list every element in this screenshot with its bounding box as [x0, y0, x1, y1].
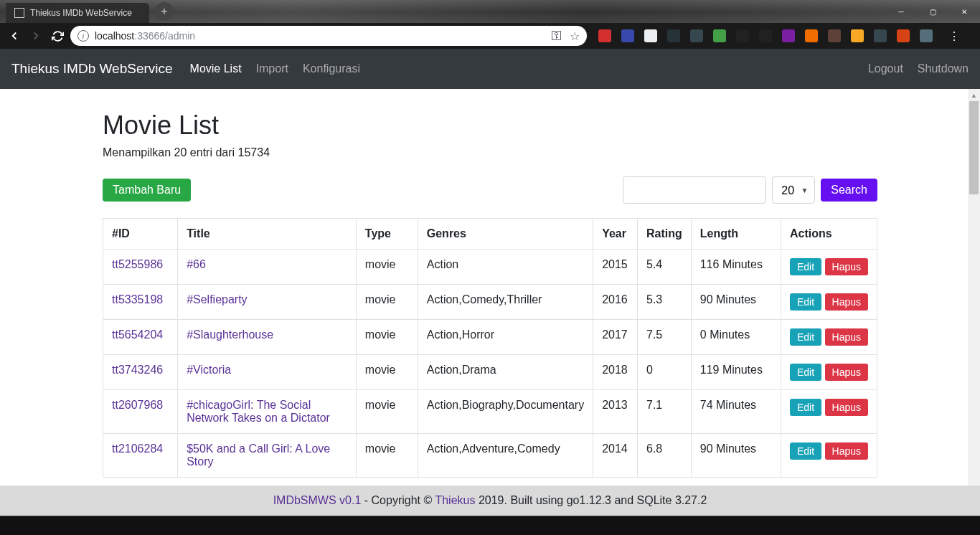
delete-button[interactable]: Hapus [825, 364, 868, 381]
extension-icon[interactable] [782, 29, 795, 42]
edit-button[interactable]: Edit [790, 399, 821, 416]
col-header-type: Type [356, 219, 418, 250]
search-input[interactable] [623, 176, 766, 204]
forward-button[interactable] [27, 27, 44, 44]
browser-tab[interactable]: Thiekus IMDb WebService [6, 3, 149, 23]
extension-icon[interactable] [667, 29, 680, 42]
footer-app-link[interactable]: IMDbSMWS v0.1 [273, 494, 362, 506]
bookmark-icon[interactable]: ☆ [570, 29, 580, 43]
page-footer: IMDbSMWS v0.1 - Copyright © Thiekus 2019… [0, 486, 980, 516]
extension-icon[interactable] [736, 29, 749, 42]
movie-rating: 7.1 [638, 390, 692, 434]
nav-link-logout[interactable]: Logout [868, 62, 903, 75]
extension-icon[interactable] [828, 29, 841, 42]
movie-id-link[interactable]: tt2607968 [112, 399, 163, 411]
key-icon[interactable]: ⚿ [551, 29, 562, 42]
url-host: localhost [95, 30, 134, 42]
movie-title-link[interactable]: #Selfieparty [187, 293, 248, 306]
address-input[interactable]: i localhost:33666/admin ⚿ ☆ [70, 26, 587, 46]
delete-button[interactable]: Hapus [825, 293, 868, 311]
movie-title-link[interactable]: #Slaughterhouse [187, 328, 273, 341]
movie-title-link[interactable]: #chicagoGirl: The Social Network Takes o… [187, 399, 330, 424]
movie-rating: 5.4 [638, 250, 692, 285]
delete-button[interactable]: Hapus [825, 442, 868, 460]
browser-titlebar: Thiekus IMDb WebService + ─ ▢ ✕ [0, 0, 980, 23]
movie-title-link[interactable]: $50K and a Call Girl: A Love Story [187, 442, 330, 468]
edit-button[interactable]: Edit [790, 293, 821, 311]
extension-icon[interactable] [759, 29, 772, 42]
file-icon [14, 8, 24, 18]
footer-author-link[interactable]: Thiekus [435, 494, 475, 506]
movie-length: 0 Minutes [691, 320, 781, 355]
extension-icon[interactable] [598, 29, 611, 42]
col-header-genres: Genres [418, 219, 593, 250]
add-button[interactable]: Tambah Baru [103, 179, 191, 202]
back-button[interactable] [6, 27, 23, 44]
reload-button[interactable] [49, 27, 66, 44]
edit-button[interactable]: Edit [790, 364, 821, 381]
table-row: tt3743246 #Victoria movie Action,Drama 2… [103, 355, 877, 390]
movie-length: 119 Minutes [691, 355, 781, 390]
close-button[interactable]: ✕ [948, 0, 980, 23]
extension-icon[interactable] [851, 29, 864, 42]
extension-icon[interactable] [644, 29, 657, 42]
tab-title: Thiekus IMDb WebService [30, 8, 141, 18]
page-subtitle: Menampilkan 20 entri dari 15734 [103, 146, 877, 159]
edit-button[interactable]: Edit [790, 328, 821, 346]
browser-addressbar: i localhost:33666/admin ⚿ ☆ ⋮ [0, 23, 980, 49]
edit-button[interactable]: Edit [790, 258, 821, 275]
search-button[interactable]: Search [821, 179, 877, 202]
movie-type: movie [356, 250, 418, 285]
movie-length: 90 Minutes [691, 285, 781, 320]
movie-year: 2017 [593, 320, 638, 355]
movie-id-link[interactable]: tt5255986 [112, 258, 163, 270]
minimize-button[interactable]: ─ [885, 0, 917, 23]
table-row: tt2607968 #chicagoGirl: The Social Netwo… [103, 390, 877, 434]
browser-menu-button[interactable]: ⋮ [944, 29, 964, 43]
delete-button[interactable]: Hapus [825, 328, 868, 346]
extension-icon[interactable] [920, 29, 933, 42]
nav-link-movie-list[interactable]: Movie List [190, 62, 242, 75]
extension-icon[interactable] [897, 29, 910, 42]
extension-icon[interactable] [690, 29, 703, 42]
movie-year: 2018 [593, 355, 638, 390]
extension-icon[interactable] [805, 29, 818, 42]
delete-button[interactable]: Hapus [825, 399, 868, 416]
extension-icon[interactable] [713, 29, 726, 42]
os-taskbar[interactable] [0, 516, 980, 535]
edit-button[interactable]: Edit [790, 442, 821, 460]
movie-id-link[interactable]: tt2106284 [112, 442, 163, 455]
new-tab-button[interactable]: + [155, 2, 174, 21]
toolbar: Tambah Baru 20 ▼ Search [103, 176, 877, 204]
movie-title-link[interactable]: #Victoria [187, 364, 231, 376]
table-row: tt5335198 #Selfieparty movie Action,Come… [103, 285, 877, 320]
movie-genres: Action [418, 250, 593, 285]
extension-icon[interactable] [874, 29, 887, 42]
movie-genres: Action,Horror [418, 320, 593, 355]
scroll-up-icon[interactable]: ▲ [968, 89, 980, 101]
movie-length: 116 Minutes [691, 250, 781, 285]
movie-rating: 0 [638, 355, 692, 390]
nav-link-shutdown[interactable]: Shutdown [918, 62, 969, 75]
nav-link-import[interactable]: Import [256, 62, 288, 75]
page-size-select[interactable]: 20 [772, 176, 815, 204]
movie-id-link[interactable]: tt5335198 [112, 293, 163, 306]
movie-title-link[interactable]: #66 [187, 258, 206, 270]
table-row: tt5654204 #Slaughterhouse movie Action,H… [103, 320, 877, 355]
scrollbar[interactable]: ▲ ▼ [968, 89, 980, 516]
scrollbar-thumb[interactable] [969, 101, 979, 194]
extension-icon[interactable] [621, 29, 634, 42]
movie-id-link[interactable]: tt3743246 [112, 364, 163, 376]
movie-type: movie [356, 390, 418, 434]
navbar-brand[interactable]: Thiekus IMDb WebService [11, 61, 173, 77]
delete-button[interactable]: Hapus [825, 258, 868, 275]
movie-type: movie [356, 434, 418, 478]
maximize-button[interactable]: ▢ [917, 0, 948, 23]
nav-link-konfigurasi[interactable]: Konfigurasi [303, 62, 360, 75]
movie-genres: Action,Drama [418, 355, 593, 390]
col-header-title: Title [178, 219, 357, 250]
movie-year: 2016 [593, 285, 638, 320]
movie-id-link[interactable]: tt5654204 [112, 328, 163, 341]
site-info-icon[interactable]: i [77, 30, 89, 42]
extension-icons [598, 29, 933, 42]
